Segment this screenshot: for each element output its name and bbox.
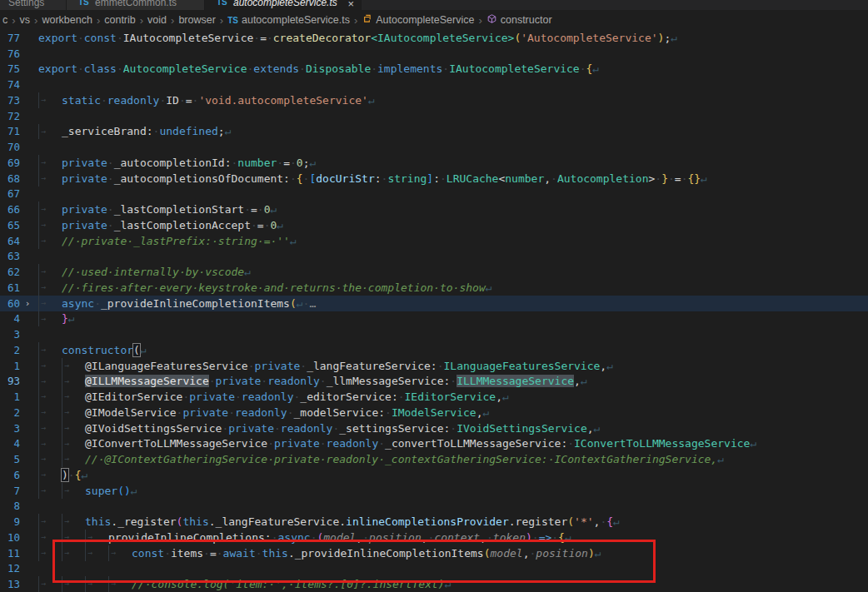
code-line[interactable]: 7→→super()↵ bbox=[0, 483, 868, 499]
code-token: · bbox=[332, 422, 339, 435]
code-line[interactable]: 1→→@ILanguageFeaturesService·private·_la… bbox=[0, 358, 868, 374]
code-line[interactable]: 12 bbox=[0, 561, 868, 577]
code-line[interactable]: 71→_serviceBrand:·undefined;↵ bbox=[0, 124, 868, 140]
code-token: export bbox=[38, 32, 77, 44]
code-line[interactable]: 5→→//·@IContextGatheringService·private·… bbox=[0, 451, 868, 467]
code-token: //·fires·after·every·keystroke·and·retur… bbox=[62, 281, 486, 294]
breadcrumb-item-workbench[interactable]: workbench bbox=[41, 14, 92, 26]
code-line[interactable]: 61→//·fires·after·every·keystroke·and·re… bbox=[0, 280, 868, 296]
code-token: 'AutocompleteService' bbox=[521, 32, 657, 44]
code-line[interactable]: 8 bbox=[0, 499, 868, 515]
code-token: { bbox=[558, 531, 565, 544]
breadcrumb-item-autocompleteservice[interactable]: AutocompleteService bbox=[361, 13, 475, 27]
code-line[interactable]: 6→)·{↵ bbox=[0, 467, 868, 483]
line-number: 4 bbox=[0, 437, 20, 450]
code-token: createDecorator bbox=[273, 32, 371, 44]
code-line[interactable]: 4→}↵ bbox=[0, 311, 868, 327]
code-token: · bbox=[222, 422, 228, 435]
fold-chevron-icon[interactable]: › bbox=[20, 298, 35, 309]
breadcrumb-label: constructor bbox=[501, 14, 552, 26]
code-line[interactable]: 66→private·_lastCompletionStart·=·0↵ bbox=[0, 201, 868, 217]
code-line[interactable]: 65→private·_lastCompletionAccept·=·0↵ bbox=[0, 217, 868, 233]
code-token: IVoidSettingsService bbox=[456, 422, 587, 435]
tab-autocompleteservice-ts[interactable]: TSautocompleteService.ts× bbox=[205, 0, 362, 10]
code-token: <IAutocompleteService> bbox=[371, 32, 514, 44]
gutter: 2 bbox=[0, 405, 35, 420]
code-line[interactable]: 76 bbox=[0, 46, 868, 62]
close-icon[interactable]: × bbox=[347, 0, 354, 10]
code-line[interactable]: 68→private·_autocompletionsOfDocument:·{… bbox=[0, 171, 868, 187]
code-line[interactable]: 70 bbox=[0, 139, 868, 155]
code-token: position bbox=[369, 531, 422, 544]
code-line[interactable]: 73→static·readonly·ID·=·'void.autocomple… bbox=[0, 92, 868, 108]
code-line[interactable]: 93→→@ILLMMessageService·private·readonly… bbox=[0, 374, 868, 390]
code-line[interactable]: 74 bbox=[0, 77, 868, 92]
code-token: · bbox=[437, 360, 444, 372]
typescript-file-icon: TS bbox=[227, 16, 238, 25]
code-editor[interactable]: 77export·const·IAutocompleteService·=·cr… bbox=[0, 30, 868, 592]
code-token: { bbox=[297, 172, 303, 185]
code-content: →//·used·internally·by·vscode↵ bbox=[35, 264, 251, 280]
breadcrumb-item-browser[interactable]: browser bbox=[177, 14, 216, 26]
gutter: 63 bbox=[0, 249, 35, 265]
code-token: docUriStr bbox=[316, 172, 374, 185]
code-token: · bbox=[277, 157, 283, 169]
breadcrumb-item-autocompleteservice-ts[interactable]: TSautocompleteService.ts bbox=[227, 14, 351, 26]
code-line[interactable]: 3→→@IVoidSettingsService·private·readonl… bbox=[0, 420, 868, 436]
code-token: 0 bbox=[297, 157, 303, 169]
code-token: · bbox=[551, 172, 557, 185]
code-token: · bbox=[681, 172, 688, 185]
code-token: · bbox=[299, 62, 306, 75]
code-line[interactable]: 62→//·used·internally·by·vscode↵ bbox=[0, 264, 868, 280]
code-token: //·@IContextGatheringService·private·rea… bbox=[85, 453, 717, 465]
gutter: 65 bbox=[0, 217, 35, 233]
code-line[interactable]: 72 bbox=[0, 108, 868, 124]
breadcrumb-item-void[interactable]: void bbox=[147, 14, 167, 26]
breadcrumb: c›vs›workbench›contrib›void›browser›TSau… bbox=[0, 10, 868, 30]
code-line[interactable]: 63 bbox=[0, 249, 868, 265]
code-token: · bbox=[101, 94, 107, 107]
gutter: 3 bbox=[0, 326, 35, 342]
code-line[interactable]: 3 bbox=[0, 326, 868, 342]
line-number: 76 bbox=[0, 47, 20, 60]
code-token: : bbox=[375, 172, 382, 185]
tab-settings[interactable]: Settings bbox=[0, 0, 67, 10]
code-token: _lastCompletionAccept bbox=[114, 219, 251, 231]
code-token: _autocompletionId: bbox=[114, 157, 232, 169]
code-token: private bbox=[62, 219, 107, 231]
breadcrumb-item-contrib[interactable]: contrib bbox=[103, 14, 137, 26]
code-line[interactable]: 13→→→→//·console.log('item:·',·items?.[0… bbox=[0, 576, 868, 592]
line-number: 6 bbox=[0, 469, 20, 481]
code-token: items bbox=[171, 547, 203, 560]
code-line[interactable]: 69→private·_autocompletionId:·number·=·0… bbox=[0, 155, 868, 171]
code-line[interactable]: 60›→async·_provideInlineCompletionItems(… bbox=[0, 296, 868, 311]
tab-whitespace: → bbox=[108, 576, 132, 592]
breadcrumb-separator: › bbox=[93, 14, 103, 27]
code-line[interactable]: 9→→this._register(this._langFeatureServi… bbox=[0, 514, 868, 530]
code-line[interactable]: 67 bbox=[0, 187, 868, 202]
code-line[interactable]: 77export·const·IAutocompleteService·=·cr… bbox=[0, 30, 868, 46]
code-token: number bbox=[505, 172, 544, 185]
code-token: _convertToLLMMessageService: bbox=[385, 437, 567, 450]
tab-emmetcommon-ts[interactable]: TSemmetCommon.ts bbox=[67, 0, 205, 10]
code-token: Disposable bbox=[306, 62, 371, 75]
code-line[interactable]: 10→→→provideInlineCompletions:·async·(mo… bbox=[0, 530, 868, 545]
breadcrumb-item-vs[interactable]: vs bbox=[19, 14, 32, 26]
code-token: · bbox=[450, 375, 456, 387]
breadcrumb-item-constructor[interactable]: constructor bbox=[486, 13, 553, 27]
code-line[interactable]: 2→constructor(↵ bbox=[0, 342, 868, 358]
code-line[interactable]: 64→//·private·_lastPrefix:·string·=·''↵ bbox=[0, 233, 868, 249]
code-token: ._langFeatureService. bbox=[209, 515, 346, 528]
code-token: _serviceBrand: bbox=[62, 125, 153, 137]
code-token: this bbox=[85, 515, 111, 528]
line-number: 93 bbox=[0, 375, 20, 387]
breadcrumb-item-c[interactable]: c bbox=[2, 14, 8, 26]
code-line[interactable]: 75export·class·AutocompleteService·exten… bbox=[0, 62, 868, 77]
code-line[interactable]: 4→→@IConvertToLLMMessageService·private·… bbox=[0, 436, 868, 452]
code-token: private bbox=[182, 406, 228, 419]
code-token: _modelService: bbox=[293, 406, 385, 419]
code-line[interactable]: 2→→@IModelService·private·readonly·_mode… bbox=[0, 405, 868, 420]
code-line[interactable]: 11→→→→const·items·=·await·this._provideI… bbox=[0, 545, 868, 561]
code-token: · bbox=[442, 62, 449, 75]
code-line[interactable]: 1→→@IEditorService·private·readonly·_edi… bbox=[0, 389, 868, 405]
